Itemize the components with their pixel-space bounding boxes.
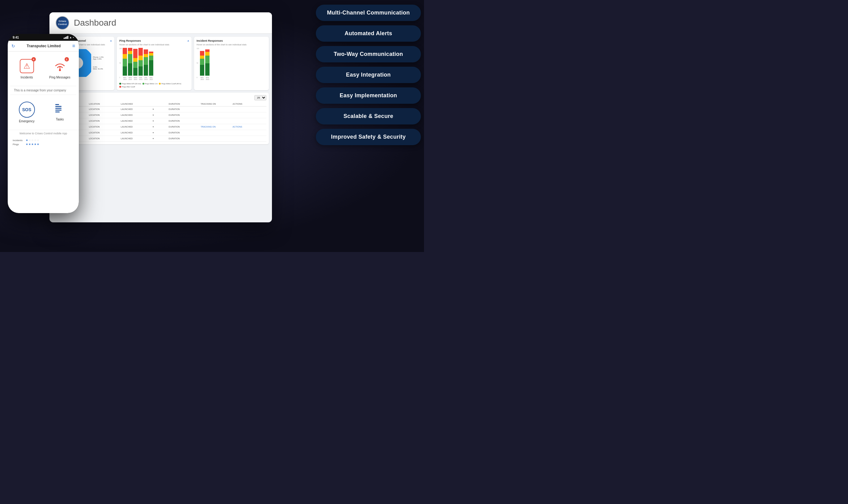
incidents-badge: 4	[32, 57, 36, 61]
wifi-icon: ▲	[69, 36, 72, 39]
svg-rect-9	[55, 110, 62, 111]
phone-mockup: 9:41 ▲ ▪ ↻ Transputec Limited ≡	[8, 34, 79, 213]
main-grid: ⚠ 4 Incidents	[8, 52, 79, 86]
incidents-icon-wrapper: ⚠ 4	[19, 58, 35, 74]
svg-rect-6	[55, 104, 59, 105]
bar-jan2023: JAN2023	[144, 49, 148, 80]
ping-bar-chart: 100500 MAY2023	[119, 48, 189, 82]
welcome-text: Welcome to Crises Control mobile App	[8, 130, 79, 137]
bar-feb2023: FEB2023	[138, 48, 143, 80]
table-header: INCIDENT LOCATION LAUNCHED DURATION TRAC…	[55, 102, 266, 107]
table-row: INCIDENT LOCATION LAUNCHED ▾ DURATION TR…	[55, 124, 266, 130]
bar-area: MAY2023 APR2023	[123, 48, 153, 82]
y-axis: 100500	[119, 48, 123, 78]
table-row: INCIDENT LOCATION LAUNCHED ▾ DURATION	[55, 118, 266, 124]
bar-mar2023: MAR2023	[133, 49, 138, 80]
incident-warning-icon: ⚠	[20, 59, 34, 73]
company-message: This is a message from your company	[10, 86, 76, 95]
sos-tasks-grid: SOS Emergency Tasks	[8, 95, 79, 130]
sos-emergency-button[interactable]: SOS Emergency	[10, 98, 43, 127]
page-size-select[interactable]: 25 50	[254, 95, 266, 101]
feature-automated-alerts: Automated Alerts	[316, 25, 421, 42]
pie-labels: Phone: 1.5% App: 4.0% 0.9% Web: 91.6%	[93, 56, 104, 70]
status-icons: ▲ ▪	[64, 36, 74, 39]
ping-badge: 1	[65, 57, 69, 61]
bar-dec2022: DEC2022	[149, 52, 153, 80]
table-row: INCIDENT LOCATION LAUNCHED ▾ DURATION	[55, 112, 266, 118]
feature-easy-implementation: Easy Implementation	[316, 87, 421, 104]
ratings-section: Incidents ★ ☆ ☆ ☆ ☆ Pings ★ ★ ★	[8, 137, 79, 148]
ping-icon-wrapper: 1	[52, 58, 68, 74]
ping-messages-item[interactable]: 1 Ping Messages	[43, 55, 76, 83]
company-logo: CrisesControl	[56, 16, 69, 30]
features-list: Multi-Channel Communication Automated Al…	[316, 5, 421, 145]
feature-scalable-secure: Scalable & Secure	[316, 108, 421, 124]
incidents-table-card: 25 50 INCIDENT LOCATION LAUNCHED DURATIO…	[53, 93, 269, 144]
feature-easy-integration: Easy Integration	[316, 67, 421, 83]
battery-icon: ▪	[73, 36, 74, 39]
app-header: ↻ Transputec Limited ≡	[8, 41, 79, 52]
phone-frame: 9:41 ▲ ▪ ↻ Transputec Limited ≡	[8, 34, 79, 213]
table-row: INCIDENT LOCATION LAUNCHED ▾ DURATION	[55, 136, 266, 142]
bar-apr2023: APR2023	[128, 48, 132, 80]
dashboard-body: Responses By Channel ∧ Hover on sections…	[49, 34, 272, 147]
dashboard-panel: CrisesControl Dashboard Responses By Cha…	[49, 12, 272, 222]
dashboard-header: CrisesControl Dashboard	[49, 12, 272, 34]
phone-status-bar: 9:41 ▲ ▪	[8, 34, 79, 41]
incidents-item[interactable]: ⚠ 4 Incidents	[10, 55, 43, 83]
refresh-icon[interactable]: ↻	[12, 43, 15, 49]
ping-wifi-icon	[53, 59, 67, 73]
incident-bar-area: MAY2023 APR2023	[200, 48, 209, 82]
incident-chart-title: Incident Responses	[196, 39, 266, 42]
pings-stars: ★ ★ ★ ★ ★	[25, 143, 39, 146]
table-row: INCIDENT LOCATION LAUNCHED ▾ DURATION	[55, 130, 266, 136]
signal-icon	[64, 36, 68, 39]
incidents-rating: Incidents ★ ☆ ☆ ☆ ☆	[13, 139, 74, 142]
table-row: INCIDENT LOCATION LAUNCHED ▾ DURATION	[55, 107, 266, 112]
menu-icon[interactable]: ≡	[72, 43, 75, 49]
svg-point-5	[59, 70, 60, 71]
svg-rect-10	[55, 111, 59, 112]
pings-rating: Pings ★ ★ ★ ★ ★	[13, 143, 74, 146]
ping-chart-title: Ping Responses ∧	[119, 39, 189, 42]
svg-rect-8	[55, 108, 62, 109]
feature-two-way-communication: Two-Way Communication	[316, 46, 421, 62]
ping-legend: Pings Within KPI (30 min) Pings Within 1…	[119, 83, 189, 88]
charts-row: Responses By Channel ∧ Hover on sections…	[53, 37, 269, 90]
phone-screen: ↻ Transputec Limited ≡ ⚠ 4 Incidents	[8, 41, 79, 213]
incident-responses-card: Incident Responses Hover on sections of …	[194, 37, 269, 90]
tasks-item[interactable]: Tasks	[43, 98, 76, 127]
feature-multi-channel: Multi-Channel Communication	[316, 5, 421, 21]
svg-rect-7	[55, 106, 62, 107]
ping-responses-card: Ping Responses ∧ Hover on sections of th…	[117, 37, 192, 90]
bar-may2023: MAY2023	[123, 48, 127, 80]
sos-circle-icon: SOS	[19, 102, 35, 118]
tasks-icon	[53, 102, 67, 116]
dashboard-title: Dashboard	[74, 18, 116, 28]
incidents-stars: ★ ☆ ☆ ☆ ☆	[25, 139, 39, 142]
feature-improved-safety: Improved Safety & Security	[316, 129, 421, 145]
